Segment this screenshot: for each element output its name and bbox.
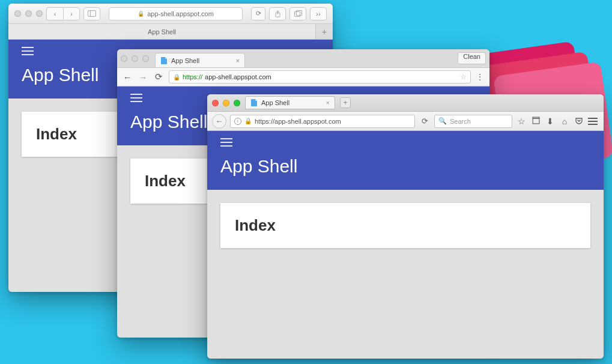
share-button[interactable] bbox=[269, 7, 286, 20]
reload-button[interactable]: ⟳ bbox=[419, 117, 431, 126]
reload-button[interactable]: ⟳ bbox=[251, 7, 265, 20]
sidebar-button[interactable] bbox=[83, 7, 100, 20]
protocol-text: https:// bbox=[183, 73, 202, 80]
pocket-icon[interactable] bbox=[574, 117, 584, 126]
back-button[interactable]: ← bbox=[212, 114, 226, 129]
address-text: https://app-shell.appspot.com bbox=[255, 118, 341, 125]
app-title: App Shell bbox=[220, 156, 590, 177]
bookmark-star-icon[interactable]: ☆ bbox=[516, 117, 527, 126]
firefox-toolbar: ← i 🔒 https://app-shell.appspot.com ⟳ 🔍 … bbox=[207, 112, 604, 131]
svg-rect-5 bbox=[296, 10, 301, 15]
library-icon[interactable] bbox=[530, 117, 541, 126]
svg-rect-0 bbox=[88, 11, 95, 17]
bookmark-icon[interactable]: ☆ bbox=[460, 73, 467, 81]
close-tab-icon[interactable]: × bbox=[236, 57, 240, 64]
svg-rect-6 bbox=[533, 118, 539, 124]
safari-titlebar: ‹ › 🔒 app-shell.appspot.com ⟳ ›› bbox=[8, 4, 333, 24]
card-heading: Index bbox=[235, 216, 576, 235]
firefox-menu-button[interactable] bbox=[588, 121, 599, 122]
browser-tab[interactable]: App Shell bbox=[8, 24, 316, 39]
address-bar[interactable]: 🔒 app-shell.appspot.com bbox=[109, 7, 243, 20]
svg-rect-7 bbox=[533, 117, 539, 118]
close-icon[interactable] bbox=[14, 10, 21, 17]
clean-button[interactable]: Clean bbox=[458, 52, 486, 64]
hamburger-icon[interactable] bbox=[220, 142, 232, 143]
home-icon[interactable]: ⌂ bbox=[559, 117, 570, 126]
search-icon: 🔍 bbox=[438, 117, 447, 125]
hamburger-icon[interactable] bbox=[22, 50, 34, 52]
nav-buttons: ‹ › bbox=[46, 7, 80, 20]
search-placeholder: Search bbox=[450, 118, 471, 125]
firefox-window: App Shell × + ← i 🔒 https://app-shell.ap… bbox=[207, 94, 604, 359]
new-tab-button[interactable]: + bbox=[316, 24, 333, 39]
downloads-icon[interactable]: ⬇ bbox=[545, 117, 556, 126]
favicon-icon bbox=[250, 99, 258, 107]
forward-button[interactable]: › bbox=[63, 7, 80, 20]
svg-rect-4 bbox=[294, 11, 300, 16]
traffic-lights[interactable] bbox=[14, 10, 43, 17]
app-header: App Shell bbox=[207, 131, 604, 190]
lock-icon: 🔒 bbox=[138, 11, 144, 17]
close-icon[interactable] bbox=[212, 100, 219, 106]
minimize-icon[interactable] bbox=[25, 10, 32, 17]
minimize-icon[interactable] bbox=[132, 55, 138, 62]
page-content: App Shell Index bbox=[207, 131, 604, 359]
browser-tab[interactable]: App Shell × bbox=[155, 53, 245, 67]
address-text: app-shell.appspot.com bbox=[147, 10, 214, 17]
browser-tab[interactable]: App Shell × bbox=[245, 96, 335, 109]
maximize-icon[interactable] bbox=[36, 10, 43, 17]
more-button[interactable]: ›› bbox=[310, 7, 327, 20]
tab-title: App Shell bbox=[261, 99, 289, 106]
maximize-icon[interactable] bbox=[234, 100, 240, 106]
chrome-menu-button[interactable]: ⋮ bbox=[476, 72, 485, 82]
traffic-lights[interactable] bbox=[212, 100, 240, 106]
tab-title: App Shell bbox=[171, 57, 199, 64]
close-tab-icon[interactable]: × bbox=[326, 99, 330, 106]
lock-icon: 🔒 bbox=[173, 74, 180, 80]
traffic-lights[interactable] bbox=[121, 55, 149, 62]
search-box[interactable]: 🔍 Search bbox=[434, 115, 512, 128]
maximize-icon[interactable] bbox=[142, 55, 149, 62]
chrome-tabstrip: App Shell × Clean bbox=[117, 49, 489, 67]
safari-tabstrip: App Shell + bbox=[8, 24, 333, 40]
new-tab-button[interactable]: + bbox=[340, 97, 351, 108]
tab-title: App Shell bbox=[148, 28, 176, 35]
tabs-button[interactable] bbox=[289, 7, 306, 20]
favicon-icon bbox=[160, 56, 168, 65]
back-button[interactable]: ← bbox=[122, 72, 133, 82]
info-icon[interactable]: i bbox=[234, 118, 241, 125]
address-bar[interactable]: i 🔒 https://app-shell.appspot.com bbox=[230, 115, 415, 128]
address-bar[interactable]: 🔒 https://app-shell.appspot.com ☆ bbox=[169, 70, 471, 83]
minimize-icon[interactable] bbox=[223, 100, 229, 106]
host-text: app-shell.appspot.com bbox=[205, 73, 271, 80]
reload-button[interactable]: ⟳ bbox=[153, 71, 164, 82]
hamburger-icon[interactable] bbox=[130, 97, 142, 99]
back-button[interactable]: ‹ bbox=[46, 7, 63, 20]
forward-button[interactable]: → bbox=[138, 72, 148, 82]
content-card: Index bbox=[220, 203, 590, 248]
close-icon[interactable] bbox=[121, 55, 127, 62]
chrome-toolbar: ← → ⟳ 🔒 https://app-shell.appspot.com ☆ … bbox=[117, 67, 489, 86]
firefox-tabstrip: App Shell × + bbox=[207, 94, 604, 112]
lock-icon: 🔒 bbox=[244, 118, 252, 124]
